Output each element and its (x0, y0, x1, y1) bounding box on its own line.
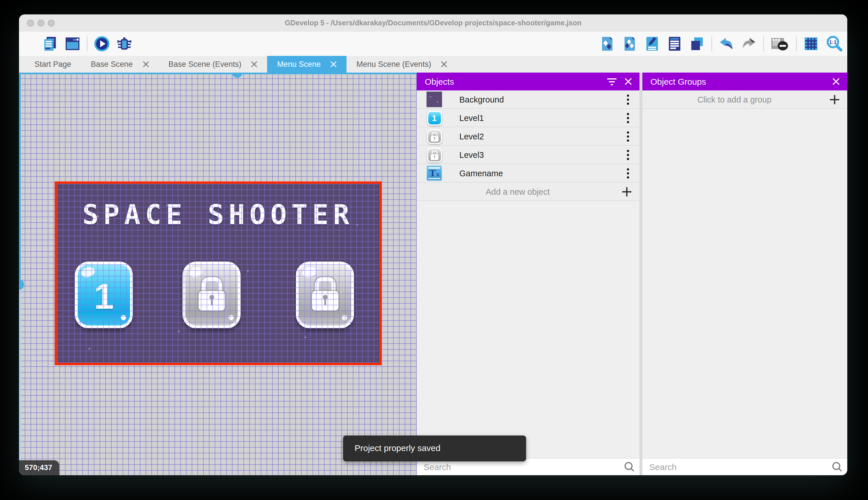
objects-icon[interactable] (599, 36, 615, 52)
object-row-gamename[interactable]: Tx Gamename (417, 164, 640, 183)
properties-icon[interactable] (644, 36, 660, 52)
star-dot (89, 348, 90, 350)
close-panel-icon[interactable] (828, 73, 844, 90)
titlebar: GDevelop 5 - /Users/dkarakay/Documents/G… (19, 14, 847, 32)
level1-button-instance[interactable]: 1 (75, 262, 133, 328)
level2-thumbnail (426, 128, 442, 144)
level2-locked-button-instance[interactable] (183, 262, 241, 328)
add-group-row[interactable]: Click to add a group (642, 90, 847, 109)
layers-icon[interactable] (689, 36, 705, 52)
search-icon[interactable] (621, 459, 637, 475)
level1-thumbnail: 1 (426, 110, 442, 126)
toolbar-right-group: 1:1 (599, 36, 844, 52)
objects-panel: Objects (417, 72, 640, 475)
object-menu-kebab-icon[interactable] (620, 110, 636, 126)
window-title: GDevelop 5 - /Users/dkarakay/Documents/G… (19, 14, 847, 32)
undo-icon[interactable] (718, 36, 735, 52)
add-object-label: Add a new object (417, 187, 619, 196)
instances-list-icon[interactable] (667, 36, 683, 52)
horizontal-scrollbar-track[interactable] (19, 72, 417, 74)
star-dot (178, 331, 179, 332)
preview-play-icon[interactable] (94, 36, 110, 52)
toolbar-divider (712, 36, 712, 51)
panel-divider[interactable] (640, 72, 642, 475)
tab-close-icon[interactable] (142, 61, 149, 67)
cursor-coordinates-badge: 570;437 (19, 460, 59, 475)
object-menu-kebab-icon[interactable] (620, 91, 636, 107)
toggle-window-mask-icon[interactable] (770, 36, 790, 52)
tab-bar: Start Page Base Scene Base Scene (Events… (19, 56, 847, 72)
tab-base-scene[interactable]: Base Scene (81, 56, 159, 72)
object-name: Background (459, 95, 620, 104)
background-thumbnail (426, 92, 442, 107)
vertical-scrollbar-track-lower[interactable] (19, 286, 21, 475)
game-scene-rect[interactable]: SPACE SHOOTER 1 (55, 181, 382, 365)
tab-base-scene-events[interactable]: Base Scene (Events) (159, 56, 267, 72)
tab-start-page[interactable]: Start Page (25, 56, 81, 72)
level3-locked-button-instance[interactable] (296, 262, 354, 328)
object-menu-kebab-icon[interactable] (620, 147, 636, 163)
level3-thumbnail (426, 147, 442, 162)
horizontal-scrollbar-thumb[interactable] (232, 72, 242, 78)
gamename-thumbnail: Tx (426, 165, 442, 181)
object-name: Level2 (459, 132, 620, 141)
object-groups-panel-title: Object Groups (650, 77, 706, 87)
groups-search-input[interactable] (648, 462, 829, 472)
scene-title-text-object[interactable]: SPACE SHOOTER (57, 199, 379, 230)
redo-icon[interactable] (741, 36, 757, 52)
filter-icon[interactable] (604, 73, 620, 90)
content-area: SPACE SHOOTER 1 (19, 72, 847, 475)
groups-search-row (642, 458, 847, 475)
zoom-reset-icon[interactable]: 1:1 (825, 36, 844, 52)
object-groups-panel-header: Object Groups (642, 72, 847, 90)
objects-search-input[interactable] (422, 462, 621, 472)
scene-editor-canvas[interactable]: SPACE SHOOTER 1 (19, 72, 417, 475)
toolbar-left-group (42, 36, 132, 52)
toolbar: 1:1 (19, 32, 847, 56)
object-groups-icon[interactable] (622, 36, 638, 52)
gdevelop-window: GDevelop 5 - /Users/dkarakay/Documents/G… (19, 14, 847, 475)
object-row-level2[interactable]: Level2 (417, 127, 640, 146)
tab-close-icon[interactable] (331, 61, 337, 67)
zoom-reset-label: 1:1 (829, 39, 837, 45)
object-menu-kebab-icon[interactable] (620, 165, 636, 181)
close-panel-icon[interactable] (620, 73, 636, 90)
object-name: Level3 (459, 150, 620, 159)
objects-panel-header: Objects (417, 72, 640, 90)
vertical-scrollbar-track[interactable] (19, 72, 21, 286)
objects-panel-title: Objects (425, 77, 454, 87)
tab-menu-scene-events[interactable]: Menu Scene (Events) (347, 56, 457, 72)
save-toast: Project properly saved (343, 435, 526, 462)
objects-list: Background 1 Level1 (417, 90, 640, 201)
tab-label: Menu Scene (277, 60, 321, 69)
tab-label: Menu Scene (Events) (356, 60, 431, 69)
start-page-icon[interactable] (64, 36, 81, 52)
star-dot (247, 270, 249, 272)
add-object-plus-icon[interactable] (619, 183, 635, 200)
object-name: Level1 (459, 113, 620, 122)
add-group-label: Click to add a group (642, 95, 826, 104)
level1-number: 1 (78, 265, 130, 327)
toolbar-divider (87, 36, 87, 51)
screen: GDevelop 5 - /Users/dkarakay/Documents/G… (0, 0, 868, 500)
add-object-row[interactable]: Add a new object (417, 183, 640, 201)
debug-icon[interactable] (116, 36, 132, 52)
object-row-level1[interactable]: 1 Level1 (417, 109, 640, 127)
tab-menu-scene[interactable]: Menu Scene (267, 56, 347, 72)
object-name: Gamename (459, 169, 620, 178)
vertical-scrollbar-thumb[interactable] (19, 280, 24, 290)
tab-close-icon[interactable] (251, 61, 258, 67)
toolbar-divider (763, 36, 764, 51)
object-row-level3[interactable]: Level3 (417, 146, 640, 164)
object-row-background[interactable]: Background (417, 90, 640, 109)
object-groups-panel: Object Groups Click to add a group (642, 72, 847, 475)
toolbar-divider (796, 36, 797, 51)
tab-close-icon[interactable] (441, 61, 447, 67)
project-manager-icon[interactable] (42, 36, 58, 52)
search-icon[interactable] (829, 459, 845, 475)
object-menu-kebab-icon[interactable] (620, 128, 636, 144)
lock-icon (312, 277, 338, 309)
grid-icon[interactable] (803, 36, 819, 52)
add-group-plus-icon[interactable] (826, 91, 843, 107)
tab-label: Base Scene (91, 60, 133, 69)
